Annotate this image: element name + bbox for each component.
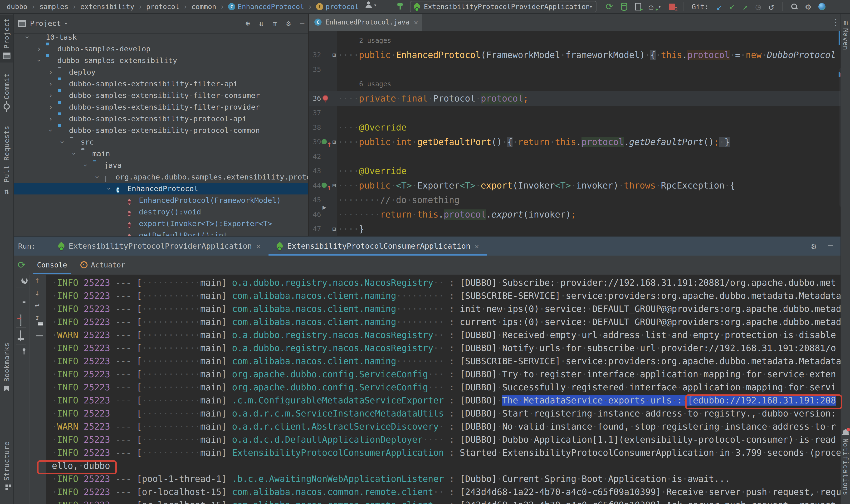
expand-all-icon[interactable]: ⇊ bbox=[259, 19, 264, 28]
stop-icon[interactable]: 2 bbox=[669, 3, 675, 10]
history-icon[interactable]: ◷ bbox=[756, 1, 761, 12]
run-tab[interactable]: ExtensibilityProtocolConsumerApplication… bbox=[268, 236, 487, 255]
tree-item[interactable]: mdestroy():void bbox=[13, 206, 308, 218]
tree-item[interactable]: ›dubbo-samples-develop bbox=[13, 43, 308, 55]
git-push-icon[interactable]: ↗ bbox=[743, 1, 748, 12]
hide-panel-icon[interactable]: — bbox=[300, 19, 304, 28]
tree-item[interactable]: mEnhancedProtocol(FrameworkModel) bbox=[13, 195, 308, 206]
ide-gradient-sphere-icon[interactable] bbox=[818, 3, 826, 10]
stripe-tab-notifications[interactable]: Notifications bbox=[841, 427, 850, 498]
stripe-tab-commit[interactable]: Commit bbox=[0, 70, 13, 113]
panel-settings-gear-icon[interactable]: ⚙ bbox=[286, 19, 290, 28]
fold-marker-icon[interactable]: ⊟ bbox=[331, 222, 337, 236]
up-stack-trace-icon[interactable]: ↑ bbox=[30, 275, 44, 285]
stripe-tab-structure[interactable]: Structure bbox=[0, 438, 13, 490]
close-tab-icon[interactable]: ✕ bbox=[414, 18, 418, 26]
soft-wrap-icon[interactable]: ↩ bbox=[30, 300, 44, 310]
console-output[interactable]: ·INFO 25223 --- [···········main] o.a.du… bbox=[46, 274, 840, 504]
tree-item[interactable]: ›dubbo-samples-extensibility bbox=[13, 55, 308, 66]
chevron-down-icon[interactable]: › bbox=[22, 34, 33, 41]
run-tab[interactable]: ExtensibilityProtocolProviderApplication… bbox=[50, 236, 269, 255]
locate-icon[interactable]: ⊕ bbox=[245, 19, 250, 28]
breadcrumb-item[interactable]: extensibility bbox=[81, 3, 135, 11]
chevron-down-icon[interactable]: › bbox=[57, 139, 68, 146]
override-arrow-icon[interactable]: ↑ bbox=[327, 137, 332, 151]
scroll-to-end-icon[interactable]: ↧ bbox=[30, 312, 44, 322]
chevron-down-icon[interactable]: ▾ bbox=[65, 20, 68, 26]
rerun-icon[interactable]: ⟳ bbox=[18, 259, 26, 270]
chevron-right-icon[interactable]: › bbox=[47, 66, 54, 78]
run-configuration-select[interactable]: ExtensibilityProtocolProviderApplication… bbox=[410, 1, 597, 12]
override-arrow-icon[interactable]: ↑ bbox=[327, 180, 332, 195]
down-stack-trace-icon[interactable]: ↓ bbox=[30, 288, 44, 298]
tree-item[interactable]: ›src bbox=[13, 136, 308, 148]
search-icon[interactable] bbox=[791, 3, 798, 10]
tree-item[interactable]: ›java bbox=[13, 160, 308, 171]
git-commit-icon[interactable]: ✓ bbox=[729, 1, 735, 12]
breadcrumb-item[interactable]: dubbo bbox=[7, 3, 28, 11]
chevron-down-icon[interactable]: › bbox=[68, 150, 80, 157]
tree-item[interactable]: ›deploy bbox=[13, 66, 308, 78]
kebab-menu-icon[interactable]: ⋮ bbox=[831, 17, 840, 27]
code-line: 44↑⊟····public·<T>·Exporter<T>·export(In… bbox=[309, 178, 840, 193]
code-editor[interactable]: 2 usages32⊞····public·EnhancedProtocol(F… bbox=[309, 31, 840, 236]
profiler-icon[interactable]: ◷▾ bbox=[649, 3, 661, 11]
code-line: 32⊞····public·EnhancedProtocol(Framework… bbox=[309, 48, 840, 62]
chevron-right-icon[interactable]: › bbox=[47, 113, 54, 125]
chevron-right-icon[interactable]: › bbox=[35, 43, 42, 55]
chevron-down-icon[interactable]: › bbox=[92, 174, 103, 181]
debug-icon[interactable] bbox=[621, 3, 627, 11]
chevron-down-icon[interactable]: › bbox=[45, 127, 57, 134]
overrides-method-gutter-icon[interactable] bbox=[321, 139, 327, 144]
overrides-method-gutter-icon[interactable] bbox=[321, 183, 327, 188]
close-tab-icon[interactable]: ✕ bbox=[475, 242, 479, 250]
spring-bean-gutter-icon[interactable] bbox=[322, 95, 328, 101]
git-update-icon[interactable]: ↙ bbox=[716, 1, 722, 12]
chevron-right-icon[interactable]: › bbox=[47, 101, 54, 113]
close-tab-icon[interactable]: ✕ bbox=[256, 242, 261, 250]
tree-item[interactable]: ›dubbo-samples-extensibility-filter-api bbox=[13, 78, 308, 90]
user-menu-button[interactable]: ▾ bbox=[365, 1, 377, 8]
tree-item[interactable]: ›CEnhancedProtocol bbox=[13, 183, 308, 195]
fold-marker-icon[interactable]: ⊟ bbox=[331, 178, 337, 193]
hide-run-panel-icon[interactable]: — bbox=[828, 240, 833, 250]
settings-gear-icon[interactable]: ⚙ bbox=[805, 1, 811, 12]
chevron-right-icon[interactable]: › bbox=[47, 78, 54, 90]
exit-icon[interactable] bbox=[13, 316, 28, 325]
restore-layout-icon[interactable] bbox=[13, 331, 28, 341]
chevron-down-icon[interactable]: › bbox=[33, 57, 45, 64]
chevron-right-icon[interactable]: › bbox=[47, 90, 54, 101]
usages-inlay-hint[interactable]: 6 usages bbox=[359, 80, 391, 88]
usages-inlay-hint[interactable]: 2 usages bbox=[359, 37, 391, 44]
rollback-icon[interactable]: ↺ bbox=[769, 1, 774, 12]
tree-item[interactable]: mexport(Invoker<T>):Exporter<T> bbox=[13, 218, 308, 230]
chevron-down-icon[interactable]: › bbox=[103, 185, 115, 192]
tab-actuator[interactable]: Actuator bbox=[91, 261, 125, 269]
breadcrumb-item[interactable]: protocol bbox=[146, 3, 180, 11]
chevron-down-icon[interactable]: › bbox=[80, 162, 92, 169]
rerun-icon[interactable]: ⟳ bbox=[605, 1, 613, 12]
tree-item[interactable]: mgetDefaultPort():int bbox=[13, 230, 308, 236]
stripe-tab-project[interactable]: Project bbox=[0, 15, 13, 62]
fold-marker-icon[interactable]: ⊞ bbox=[331, 48, 337, 62]
breadcrumb-item[interactable]: protocol bbox=[325, 3, 359, 11]
tree-item[interactable]: ›dubbo-samples-extensibility-protocol-co… bbox=[13, 125, 308, 136]
editor-tab[interactable]: C EnhancedProtocol.java ✕ bbox=[309, 13, 422, 31]
tree-item[interactable]: ›dubbo-samples-extensibility-filter-cons… bbox=[13, 90, 308, 101]
collapse-all-icon[interactable]: ⇈ bbox=[272, 19, 277, 28]
breadcrumb-item[interactable]: samples bbox=[39, 3, 68, 11]
tree-item[interactable]: ›main bbox=[13, 148, 308, 160]
run-with-coverage-icon[interactable] bbox=[635, 3, 641, 11]
stripe-tab-maven[interactable]: mMaven bbox=[841, 16, 850, 53]
tree-item[interactable]: ›org.apache.dubbo.samples.extensibility.… bbox=[13, 171, 308, 183]
stripe-tab-bookmarks[interactable]: Bookmarks bbox=[0, 339, 13, 395]
divider bbox=[16, 327, 26, 328]
breadcrumb-item[interactable]: common bbox=[191, 3, 216, 11]
fold-marker-icon[interactable]: ⊞ bbox=[331, 135, 337, 149]
tab-console[interactable]: Console bbox=[37, 261, 67, 269]
run-settings-gear-icon[interactable]: ⚙ bbox=[811, 241, 816, 251]
breadcrumb-item[interactable]: EnhancedProtocol bbox=[237, 3, 304, 11]
tree-item[interactable]: ›dubbo-samples-extensibility-filter-prov… bbox=[13, 101, 308, 113]
stripe-tab-pull-requests[interactable]: Pull Requests⇅ bbox=[0, 122, 13, 199]
tree-item[interactable]: ›dubbo-samples-extensibility-protocol-ap… bbox=[13, 113, 308, 125]
